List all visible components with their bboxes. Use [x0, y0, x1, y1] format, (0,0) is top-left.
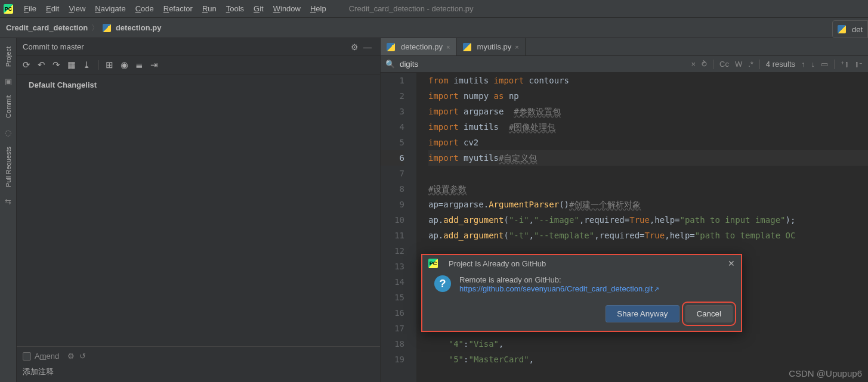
commit-toolbar: ⟳ ↶ ↷ ▦ ⤓ ⊞ ◉ ≣ ⇥ [17, 56, 380, 74]
find-input[interactable] [400, 60, 608, 69]
menu-navigate[interactable]: Navigate [90, 0, 130, 18]
separator [98, 60, 98, 70]
window-title: Credit_card_detection - detection.py [349, 4, 474, 13]
close-icon[interactable]: ✕ [728, 259, 735, 268]
python-file-icon [463, 43, 471, 51]
menu-window[interactable]: Window [268, 0, 305, 18]
breadcrumb: Credit_card_detection 〉 detection.py [6, 23, 161, 33]
breadcrumb-project[interactable]: Credit_card_detection [6, 23, 88, 32]
more-icon[interactable]: ⫿⁻ [855, 60, 863, 69]
dialog-message: Remote is already on GitHub: [459, 275, 659, 284]
expand-icon[interactable]: ≣ [135, 60, 143, 70]
commit-footer: Amend ⚙ ↺ 添加注释 [17, 346, 380, 382]
commit-icon[interactable]: ◌ [4, 128, 13, 137]
clear-icon[interactable]: × [691, 60, 696, 69]
menu-tools[interactable]: Tools [221, 0, 249, 18]
python-file-icon [838, 25, 846, 33]
menu-run[interactable]: Run [197, 0, 221, 18]
menu-edit[interactable]: Edit [41, 0, 64, 18]
tool-window-rail: Project ▣ Commit ◌ Pull Requests ⇆ [0, 38, 17, 382]
next-match-icon[interactable]: ↓ [811, 60, 816, 69]
add-selection-icon[interactable]: ⁺⫿ [841, 60, 849, 69]
dialog-title: Project Is Already on GitHub [449, 259, 546, 268]
undo-icon[interactable]: ↶ [38, 60, 45, 70]
diff-icon[interactable]: ▦ [67, 60, 76, 70]
dialog-titlebar: PC Project Is Already on GitHub ✕ [422, 255, 741, 272]
gear-icon[interactable]: ⚙ [67, 352, 75, 361]
navigation-bar: Credit_card_detection 〉 detection.py [0, 18, 868, 38]
find-results-count: 4 results [766, 60, 795, 69]
rail-tab-commit[interactable]: Commit [4, 89, 13, 124]
commit-header: Commit to master ⚙ — [17, 38, 380, 56]
close-icon[interactable]: × [515, 44, 518, 51]
menu-refactor[interactable]: Refactor [159, 0, 197, 18]
gutter: 12345678910111213141516171819 [381, 73, 416, 382]
chevron-right-icon: 〉 [91, 23, 99, 33]
rail-tab-project[interactable]: Project [4, 41, 13, 73]
separator [759, 60, 760, 69]
github-share-dialog: PC Project Is Already on GitHub ✕ ? Remo… [421, 254, 742, 332]
editor-tab[interactable]: myutils.py× [457, 38, 526, 55]
history-icon[interactable]: ↺ [79, 352, 86, 361]
cancel-button[interactable]: Cancel [685, 305, 733, 322]
group-icon[interactable]: ⊞ [106, 60, 113, 70]
gear-icon[interactable]: ⚙ [348, 42, 361, 52]
menu-help[interactable]: Help [305, 0, 331, 18]
watermark: CSDN @Upupup6 [789, 368, 862, 378]
run-config-label: det [852, 25, 863, 34]
select-all-icon[interactable]: ▭ [821, 60, 828, 69]
python-file-icon [103, 24, 111, 32]
prev-match-icon[interactable]: ↑ [801, 60, 805, 69]
pycharm-icon: PC [4, 4, 13, 14]
share-anyway-button[interactable]: Share Anyway [606, 305, 679, 322]
separator [834, 60, 835, 69]
show-icon[interactable]: ◉ [121, 60, 128, 70]
amend-label: Amend [35, 352, 59, 361]
menubar: PC FileEditViewNavigateCodeRefactorRunTo… [0, 0, 868, 18]
collapse-icon[interactable]: ⇥ [150, 60, 158, 70]
menu-file[interactable]: File [19, 0, 41, 18]
pycharm-icon: PC [428, 259, 438, 268]
redo-icon[interactable]: ↷ [52, 60, 60, 70]
shelve-icon[interactable]: ⤓ [83, 60, 91, 70]
commit-tool-window: Commit to master ⚙ — ⟳ ↶ ↷ ▦ ⤓ ⊞ ◉ ≣ ⇥ D… [17, 38, 381, 382]
search-icon: 🔍 [385, 60, 395, 69]
separator [713, 60, 713, 69]
external-link-icon: ↗ [654, 285, 659, 293]
changelist[interactable]: Default Changelist [17, 74, 380, 346]
regex-toggle[interactable]: .* [748, 60, 753, 69]
amend-checkbox[interactable] [23, 352, 31, 361]
match-case-toggle[interactable]: Cc [719, 60, 729, 69]
menu-code[interactable]: Code [131, 0, 159, 18]
breadcrumb-file[interactable]: detection.py [103, 23, 161, 33]
pull-request-icon[interactable]: ⇆ [4, 197, 13, 206]
menu-git[interactable]: Git [249, 0, 268, 18]
close-icon[interactable]: × [446, 44, 450, 51]
editor-tabs: detection.py×myutils.py× [381, 38, 868, 56]
find-bar: 🔍 × ⥁ Cc W .* 4 results ↑ ↓ ▭ ⁺⫿ ⫿⁻ [381, 56, 868, 73]
menu-view[interactable]: View [64, 0, 90, 18]
folder-icon[interactable]: ▣ [4, 76, 13, 86]
question-icon: ? [434, 275, 451, 292]
whole-word-toggle[interactable]: W [735, 60, 742, 69]
run-config-chip[interactable]: det [832, 20, 868, 38]
code-lines[interactable]: from imutils import contoursimport numpy… [416, 73, 868, 382]
python-file-icon [387, 43, 395, 51]
commit-message-input[interactable]: 添加注释 [23, 367, 374, 377]
dialog-link[interactable]: https://github.com/sevenyuan6/Credit_car… [459, 284, 659, 293]
changelist-label: Default Changelist [29, 80, 97, 89]
minimize-icon[interactable]: — [361, 42, 374, 52]
commit-title: Commit to master [23, 42, 348, 51]
rail-tab-pull-requests[interactable]: Pull Requests [4, 141, 13, 193]
refresh-icon[interactable]: ⟳ [23, 60, 30, 70]
editor-tab[interactable]: detection.py× [381, 38, 457, 55]
filter-icon[interactable]: ⥁ [702, 60, 707, 69]
code-editor[interactable]: 12345678910111213141516171819 from imuti… [381, 73, 868, 382]
